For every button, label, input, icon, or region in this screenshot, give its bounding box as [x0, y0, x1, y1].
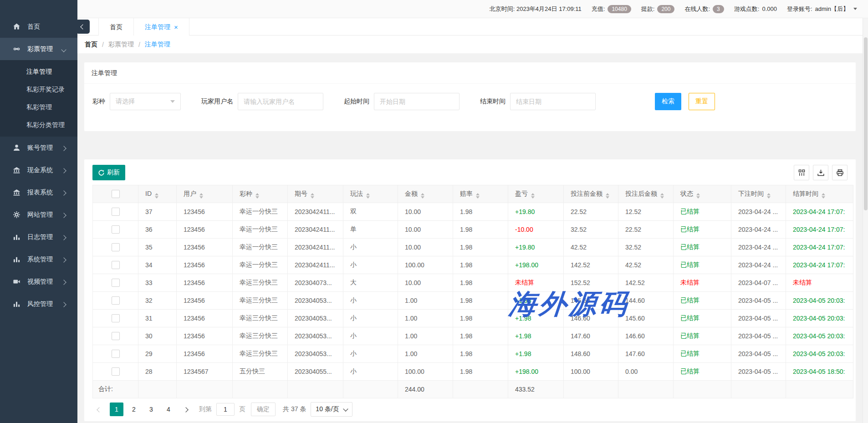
sort-icon[interactable]	[606, 193, 609, 199]
cell-odds: 1.98	[453, 221, 508, 239]
cell-profit: +1.98	[508, 292, 564, 310]
row-checkbox[interactable]	[112, 261, 120, 269]
tab-注单管理[interactable]: 注单管理×	[134, 18, 189, 36]
sort-icon[interactable]	[199, 193, 203, 199]
cell-odds: 1.98	[453, 363, 508, 381]
end-date-input[interactable]	[510, 93, 596, 110]
sort-icon[interactable]	[366, 193, 370, 199]
sidebar-item-现金系统[interactable]: 现金系统	[0, 159, 77, 181]
sort-icon[interactable]	[767, 193, 771, 199]
sidebar-item-报表系统[interactable]: 报表系统	[0, 181, 77, 204]
page-button-2[interactable]: 2	[127, 403, 141, 416]
start-date-input[interactable]	[374, 93, 460, 110]
row-checkbox[interactable]	[112, 208, 120, 216]
sort-icon[interactable]	[696, 193, 700, 199]
sidebar-item-日志管理[interactable]: 日志管理	[0, 226, 77, 248]
tab-close-icon[interactable]: ×	[174, 24, 178, 31]
column-header-彩种[interactable]: 彩种	[233, 185, 288, 203]
cell-id: 37	[138, 203, 177, 221]
column-header-投注前金额[interactable]: 投注前金额	[564, 185, 618, 203]
recharge-stat[interactable]: 充值: 10480	[592, 5, 631, 13]
confirm-button[interactable]: 确定	[251, 403, 276, 416]
sort-icon[interactable]	[660, 193, 664, 199]
scrollbar[interactable]	[863, 18, 868, 423]
next-page-button[interactable]	[179, 403, 193, 416]
cell-after: 145.60	[618, 310, 674, 327]
select-all-checkbox[interactable]	[112, 190, 120, 198]
column-header-用户[interactable]: 用户	[177, 185, 233, 203]
withdraw-stat[interactable]: 提款: 200	[641, 5, 675, 13]
row-checkbox[interactable]	[112, 225, 120, 234]
sidebar-item-系统管理[interactable]: 系统管理	[0, 248, 77, 270]
sort-icon[interactable]	[255, 193, 259, 199]
sidebar-subitem-私彩管理[interactable]: 私彩管理	[0, 98, 77, 116]
row-checkbox[interactable]	[112, 243, 120, 251]
username-input[interactable]	[238, 93, 323, 110]
sidebar-item-账号管理[interactable]: 账号管理	[0, 137, 77, 159]
row-checkbox[interactable]	[112, 314, 120, 322]
sidebar-subitem-注单管理[interactable]: 注单管理	[0, 63, 77, 81]
column-header-下注时间[interactable]: 下注时间	[731, 185, 786, 203]
sidebar-subitem-私彩开奖记录[interactable]: 私彩开奖记录	[0, 81, 77, 98]
row-checkbox[interactable]	[112, 279, 120, 287]
sidebar-item-首页[interactable]: 首页	[0, 15, 77, 38]
refresh-icon	[98, 169, 105, 176]
print-button[interactable]	[832, 165, 848, 180]
cell-odds: 1.98	[453, 239, 508, 256]
bank-icon	[13, 166, 20, 174]
orders-table: ID用户彩种期号玩法金额赔率盈亏投注前金额投注后金额状态下注时间结算时间 371…	[92, 185, 853, 398]
sidebar-subitem-私彩分类管理[interactable]: 私彩分类管理	[0, 116, 77, 134]
goto-page-input[interactable]	[216, 403, 235, 416]
page-button-3[interactable]: 3	[144, 403, 158, 416]
sort-icon[interactable]	[311, 193, 314, 199]
breadcrumb-item[interactable]: 首页	[85, 41, 97, 49]
sidebar-item-彩票管理[interactable]: 彩票管理	[0, 38, 77, 60]
columns-icon	[798, 169, 806, 177]
sidebar-collapse-button[interactable]	[76, 20, 90, 34]
sidebar-item-网站管理[interactable]: 网站管理	[0, 204, 77, 226]
breadcrumb-item[interactable]: 彩票管理	[108, 41, 134, 49]
column-header-结算时间[interactable]: 结算时间	[786, 185, 853, 203]
column-header-金额[interactable]: 金额	[398, 185, 453, 203]
row-checkbox[interactable]	[112, 367, 120, 376]
row-checkbox[interactable]	[112, 296, 120, 305]
row-checkbox[interactable]	[112, 332, 120, 340]
sort-icon[interactable]	[421, 193, 424, 199]
page-button-1[interactable]: 1	[110, 403, 123, 416]
page-size-select[interactable]: 10 条/页	[311, 402, 352, 417]
sort-icon[interactable]	[822, 193, 825, 199]
breadcrumb-item[interactable]: 注单管理	[145, 41, 170, 49]
column-header-投注后金额[interactable]: 投注后金额	[618, 185, 674, 203]
export-button[interactable]	[813, 165, 828, 180]
sidebar-item-视频管理[interactable]: 视频管理	[0, 270, 77, 293]
sort-icon[interactable]	[531, 193, 535, 199]
sidebar-item-风控管理[interactable]: 风控管理	[0, 293, 77, 315]
select-all-cell	[93, 185, 138, 203]
tab-首页[interactable]: 首页	[98, 18, 134, 36]
column-header-盈亏[interactable]: 盈亏	[508, 185, 564, 203]
column-header-期号[interactable]: 期号	[288, 185, 343, 203]
sort-icon[interactable]	[155, 193, 158, 199]
reset-button[interactable]: 重置	[689, 93, 715, 110]
cell-amount: 10.00	[398, 274, 453, 292]
table-row: 31123456幸运三分快三202304053...小1.001.98+1.98…	[93, 310, 853, 327]
table-row: 36123456幸运一分快三2023042411...单10.001.98-10…	[93, 221, 853, 239]
search-button[interactable]: 检索	[655, 93, 681, 110]
table-row: 33123456幸运三分快三202304073...大10.001.98未结算1…	[93, 274, 853, 292]
row-checkbox[interactable]	[112, 350, 120, 358]
filter-form: 彩种 请选择 玩家用户名 起始时间 结束时间 检索	[84, 84, 856, 110]
page-button-4[interactable]: 4	[162, 403, 175, 416]
lottery-select[interactable]: 请选择	[110, 93, 181, 110]
column-header-状态[interactable]: 状态	[674, 185, 731, 203]
prev-page-button[interactable]	[92, 403, 106, 416]
refresh-button[interactable]: 刷新	[92, 165, 125, 180]
columns-button[interactable]	[794, 165, 809, 180]
sort-icon[interactable]	[476, 193, 480, 199]
cell-after: 147.60	[618, 345, 674, 363]
column-header-赔率[interactable]: 赔率	[453, 185, 508, 203]
column-header-ID[interactable]: ID	[138, 185, 177, 203]
table-row: 281234567五分快三202304055...小100.001.98+198…	[93, 363, 853, 381]
scrollbar-thumb[interactable]	[864, 37, 868, 210]
column-header-玩法[interactable]: 玩法	[343, 185, 398, 203]
account-menu[interactable]: 登录账号: admin【后】	[787, 5, 857, 13]
